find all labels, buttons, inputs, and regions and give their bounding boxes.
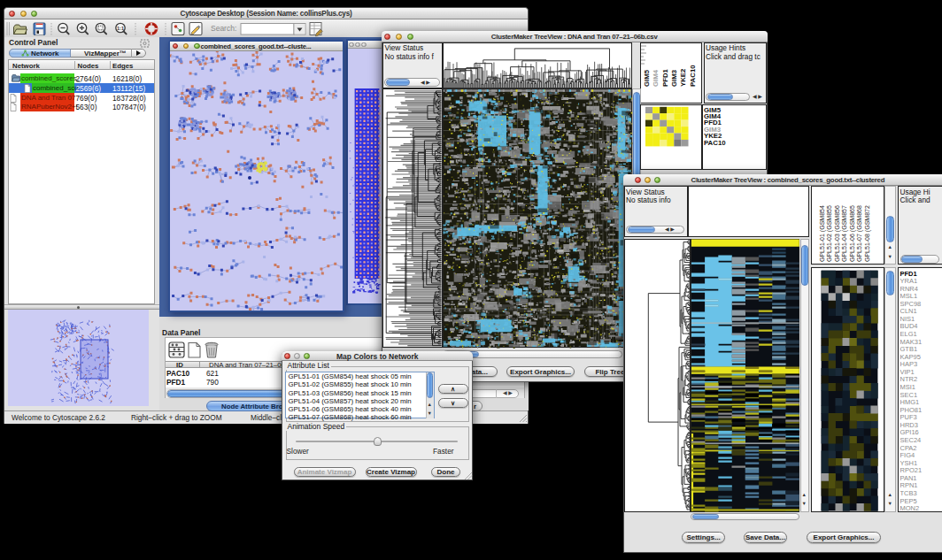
svg-text:GPL51-01 (GSM854: GPL51-01 (GSM854 <box>819 205 826 262</box>
svg-text:GPL51-08 (GSM872: GPL51-08 (GSM872 <box>864 205 871 262</box>
svg-text:GPL51-07 (GSM868: GPL51-07 (GSM868 <box>856 205 863 262</box>
svg-text:GPL51-06 (GSM865: GPL51-06 (GSM865 <box>849 205 856 262</box>
svg-text:GPL51-04 (GSM857: GPL51-04 (GSM857 <box>841 205 848 262</box>
svg-text:GPL51-02 (GSM855: GPL51-02 (GSM855 <box>826 205 833 262</box>
svg-text:GPL51-03 (GSM856: GPL51-03 (GSM856 <box>834 205 841 262</box>
